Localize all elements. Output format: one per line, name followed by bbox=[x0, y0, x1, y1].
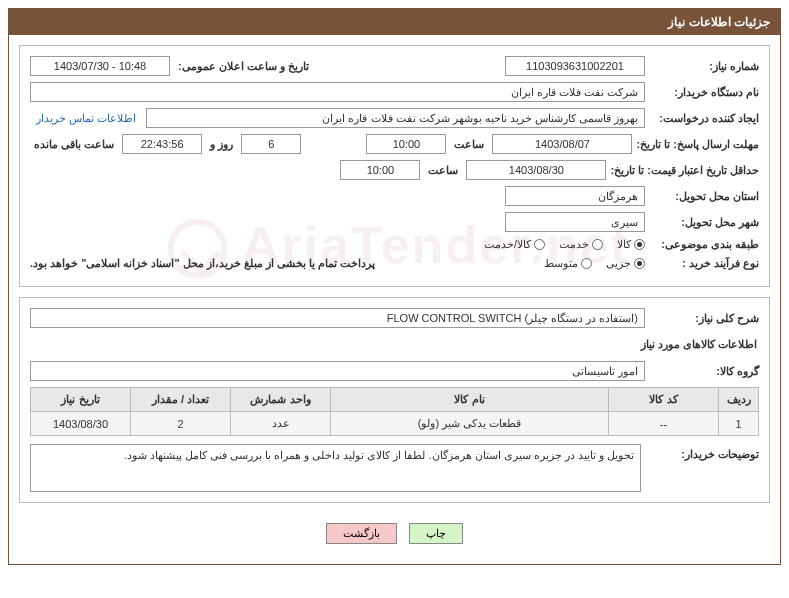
radio-icon bbox=[534, 239, 545, 250]
field-city: سیری bbox=[505, 212, 645, 232]
radio-purchase-minor[interactable]: جزیی bbox=[606, 257, 645, 270]
td-code: -- bbox=[609, 412, 719, 436]
label-remaining: ساعت باقی مانده bbox=[30, 138, 118, 151]
th-row: ردیف bbox=[719, 388, 759, 412]
th-qty: تعداد / مقدار bbox=[131, 388, 231, 412]
field-reply-time: 10:00 bbox=[366, 134, 446, 154]
row-buyer-notes: توضیحات خریدار: تحویل و تایید در جزیره س… bbox=[30, 444, 759, 492]
radio-label: کالا/خدمت bbox=[484, 238, 531, 251]
radio-purchase-medium[interactable]: متوسط bbox=[544, 257, 592, 270]
panel-body: AriaTender.net شماره نیاز: 1103093631002… bbox=[9, 35, 780, 564]
label-price-validity: حداقل تاریخ اعتبار قیمت: تا تاریخ: bbox=[610, 164, 759, 177]
td-qty: 2 bbox=[131, 412, 231, 436]
row-subject-class: طبقه بندی موضوعی: کالا خدمت کالا/خدمت bbox=[30, 238, 759, 251]
radio-subject-service[interactable]: خدمت bbox=[559, 238, 603, 251]
table-row: 1 -- قطعات یدکی شیر (ولو) عدد 2 1403/08/… bbox=[31, 412, 759, 436]
label-buyer-org: نام دستگاه خریدار: bbox=[649, 86, 759, 99]
field-goods-group: امور تاسیساتی bbox=[30, 361, 645, 381]
radio-icon bbox=[634, 239, 645, 250]
th-code: کد کالا bbox=[609, 388, 719, 412]
label-days-and: روز و bbox=[206, 138, 237, 151]
field-buyer-org: شرکت نفت فلات قاره ایران bbox=[30, 82, 645, 102]
label-need-no: شماره نیاز: bbox=[649, 60, 759, 73]
print-button[interactable]: چاپ bbox=[409, 523, 463, 544]
td-name: قطعات یدکی شیر (ولو) bbox=[331, 412, 609, 436]
td-unit: عدد bbox=[231, 412, 331, 436]
label-announce-dt: تاریخ و ساعت اعلان عمومی: bbox=[174, 60, 313, 73]
row-city: شهر محل تحویل: سیری bbox=[30, 212, 759, 232]
row-goods-group: گروه کالا: امور تاسیساتی bbox=[30, 361, 759, 381]
td-row: 1 bbox=[719, 412, 759, 436]
field-need-no: 1103093631002201 bbox=[505, 56, 645, 76]
details-panel: جزئیات اطلاعات نیاز AriaTender.net شماره… bbox=[8, 8, 781, 565]
radio-group-purchase: جزیی متوسط bbox=[544, 257, 645, 270]
row-overall-desc: شرح کلی نیاز: FLOW CONTROL SWITCH (استفا… bbox=[30, 308, 759, 328]
row-reply-deadline: مهلت ارسال پاسخ: تا تاریخ: 1403/08/07 سا… bbox=[30, 134, 759, 154]
row-purchase-type: نوع فرآیند خرید : جزیی متوسط پرداخت تمام… bbox=[30, 257, 759, 270]
button-row: چاپ بازگشت bbox=[19, 513, 770, 554]
field-buyer-notes: تحویل و تایید در جزیره سیری استان هرمزگا… bbox=[30, 444, 641, 492]
radio-label: متوسط bbox=[544, 257, 578, 270]
treasury-note: پرداخت تمام یا بخشی از مبلغ خرید،از محل … bbox=[30, 257, 375, 270]
th-unit: واحد شمارش bbox=[231, 388, 331, 412]
link-buyer-contact[interactable]: اطلاعات تماس خریدار bbox=[30, 112, 142, 125]
field-validity-date: 1403/08/30 bbox=[466, 160, 606, 180]
radio-icon bbox=[634, 258, 645, 269]
label-reply-deadline: مهلت ارسال پاسخ: تا تاریخ: bbox=[636, 138, 759, 151]
goods-table: ردیف کد کالا نام کالا واحد شمارش تعداد /… bbox=[30, 387, 759, 436]
row-province: استان محل تحویل: هرمزگان bbox=[30, 186, 759, 206]
th-date: تاریخ نیاز bbox=[31, 388, 131, 412]
label-buyer-notes: توضیحات خریدار: bbox=[649, 444, 759, 461]
radio-label: کالا bbox=[617, 238, 631, 251]
field-reply-date: 1403/08/07 bbox=[492, 134, 632, 154]
radio-subject-both[interactable]: کالا/خدمت bbox=[484, 238, 545, 251]
td-date: 1403/08/30 bbox=[31, 412, 131, 436]
field-overall-desc: FLOW CONTROL SWITCH (استفاده در دستگاه چ… bbox=[30, 308, 645, 328]
field-requester: بهروز قاسمی کارشناس خرید ناحیه بوشهر شرک… bbox=[146, 108, 645, 128]
field-countdown: 22:43:56 bbox=[122, 134, 202, 154]
radio-label: خدمت bbox=[559, 238, 589, 251]
th-name: نام کالا bbox=[331, 388, 609, 412]
table-header-row: ردیف کد کالا نام کالا واحد شمارش تعداد /… bbox=[31, 388, 759, 412]
label-overall-desc: شرح کلی نیاز: bbox=[649, 312, 759, 325]
label-time-2: ساعت bbox=[424, 164, 462, 177]
field-days-remaining: 6 bbox=[241, 134, 301, 154]
row-need-no: شماره نیاز: 1103093631002201 تاریخ و ساع… bbox=[30, 56, 759, 76]
main-info-box: شماره نیاز: 1103093631002201 تاریخ و ساع… bbox=[19, 45, 770, 287]
back-button[interactable]: بازگشت bbox=[326, 523, 397, 544]
label-goods-group: گروه کالا: bbox=[649, 365, 759, 378]
row-requester: ایجاد کننده درخواست: بهروز قاسمی کارشناس… bbox=[30, 108, 759, 128]
field-province: هرمزگان bbox=[505, 186, 645, 206]
panel-title: جزئیات اطلاعات نیاز bbox=[668, 15, 770, 29]
radio-icon bbox=[592, 239, 603, 250]
label-city: شهر محل تحویل: bbox=[649, 216, 759, 229]
row-buyer-org: نام دستگاه خریدار: شرکت نفت فلات قاره ای… bbox=[30, 82, 759, 102]
row-price-validity: حداقل تاریخ اعتبار قیمت: تا تاریخ: 1403/… bbox=[30, 160, 759, 180]
label-requester: ایجاد کننده درخواست: bbox=[649, 112, 759, 125]
field-announce-dt: 1403/07/30 - 10:48 bbox=[30, 56, 170, 76]
radio-group-subject: کالا خدمت کالا/خدمت bbox=[484, 238, 645, 251]
label-time-1: ساعت bbox=[450, 138, 488, 151]
goods-info-box: شرح کلی نیاز: FLOW CONTROL SWITCH (استفا… bbox=[19, 297, 770, 503]
radio-label: جزیی bbox=[606, 257, 631, 270]
label-subject-class: طبقه بندی موضوعی: bbox=[649, 238, 759, 251]
goods-info-title: اطلاعات کالاهای مورد نیاز bbox=[32, 338, 757, 351]
label-province: استان محل تحویل: bbox=[649, 190, 759, 203]
radio-icon bbox=[581, 258, 592, 269]
radio-subject-goods[interactable]: کالا bbox=[617, 238, 645, 251]
panel-header: جزئیات اطلاعات نیاز bbox=[9, 9, 780, 35]
field-validity-time: 10:00 bbox=[340, 160, 420, 180]
label-purchase-type: نوع فرآیند خرید : bbox=[649, 257, 759, 270]
